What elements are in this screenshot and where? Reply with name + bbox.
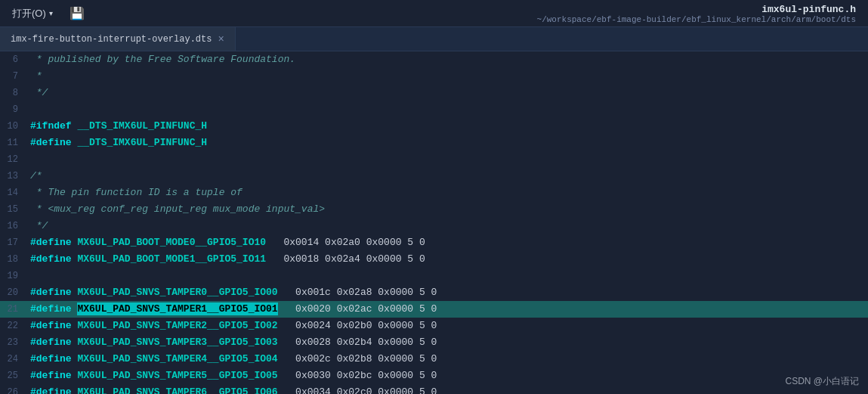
line-number: 14	[0, 185, 27, 201]
file-path: ~/workspace/ebf-image-builder/ebf_linux_…	[537, 15, 856, 24]
line-number: 24	[0, 351, 27, 368]
tab-dts[interactable]: imx-fire-button-interrupt-overlay.dts ×	[0, 27, 236, 51]
tab-close-button[interactable]: ×	[218, 34, 224, 45]
table-row: 14 * The pin function ID is a tuple of	[0, 185, 868, 201]
line-content: #ifndef __DTS_IMX6UL_PINFUNC_H	[27, 118, 868, 135]
table-row: 17#define MX6UL_PAD_BOOT_MODE0__GPIO5_IO…	[0, 234, 868, 251]
table-row: 19	[0, 268, 868, 284]
line-content: #define MX6UL_PAD_BOOT_MODE0__GPIO5_IO10…	[27, 234, 868, 251]
line-number: 8	[0, 85, 27, 101]
line-number: 15	[0, 201, 27, 218]
line-number: 11	[0, 135, 27, 151]
line-content: */	[27, 218, 868, 234]
save-button[interactable]: 💾	[65, 5, 89, 22]
line-content: */	[27, 85, 868, 101]
line-content: * The pin function ID is a tuple of	[27, 185, 868, 201]
line-content: #define MX6UL_PAD_SNVS_TAMPER0__GPIO5_IO…	[27, 284, 868, 301]
line-content: #define MX6UL_PAD_SNVS_TAMPER5__GPIO5_IO…	[27, 368, 868, 384]
line-content: * <mux_reg conf_reg input_reg mux_mode i…	[27, 201, 868, 218]
table-row: 8 */	[0, 85, 868, 101]
line-content: /*	[27, 168, 868, 185]
table-row: 23#define MX6UL_PAD_SNVS_TAMPER3__GPIO5_…	[0, 334, 868, 351]
table-row: 21#define MX6UL_PAD_SNVS_TAMPER1__GPIO5_…	[0, 301, 868, 318]
table-row: 9	[0, 101, 868, 118]
open-label: 打开(O)	[12, 7, 46, 20]
file-title: imx6ul-pinfunc.h	[761, 4, 856, 15]
line-number: 26	[0, 384, 27, 394]
line-number: 19	[0, 268, 27, 284]
table-row: 25#define MX6UL_PAD_SNVS_TAMPER5__GPIO5_…	[0, 368, 868, 384]
table-row: 11#define __DTS_IMX6UL_PINFUNC_H	[0, 135, 868, 151]
table-row: 24#define MX6UL_PAD_SNVS_TAMPER4__GPIO5_…	[0, 351, 868, 368]
line-number: 21	[0, 301, 27, 318]
line-number: 9	[0, 101, 27, 118]
code-area: 6 * published by the Free Software Found…	[0, 51, 868, 394]
line-content: #define MX6UL_PAD_SNVS_TAMPER4__GPIO5_IO…	[27, 351, 868, 368]
chevron-down-icon: ▾	[49, 9, 53, 17]
open-button[interactable]: 打开(O) ▾	[6, 4, 59, 23]
line-content: #define MX6UL_PAD_SNVS_TAMPER6__GPIO5_IO…	[27, 384, 868, 394]
line-number: 22	[0, 318, 27, 334]
line-content: #define MX6UL_PAD_SNVS_TAMPER2__GPIO5_IO…	[27, 318, 868, 334]
line-content: *	[27, 68, 868, 85]
tab-bar: imx-fire-button-interrupt-overlay.dts ×	[0, 27, 868, 51]
line-number: 12	[0, 151, 27, 168]
line-number: 23	[0, 334, 27, 351]
table-row: 16 */	[0, 218, 868, 234]
table-row: 6 * published by the Free Software Found…	[0, 51, 868, 68]
top-bar: 打开(O) ▾ 💾 imx6ul-pinfunc.h ~/workspace/e…	[0, 0, 868, 27]
table-row: 26#define MX6UL_PAD_SNVS_TAMPER6__GPIO5_…	[0, 384, 868, 394]
line-number: 16	[0, 218, 27, 234]
line-number: 25	[0, 368, 27, 384]
line-number: 17	[0, 234, 27, 251]
table-row: 20#define MX6UL_PAD_SNVS_TAMPER0__GPIO5_…	[0, 284, 868, 301]
line-content: #define MX6UL_PAD_SNVS_TAMPER1__GPIO5_IO…	[27, 301, 868, 318]
table-row: 22#define MX6UL_PAD_SNVS_TAMPER2__GPIO5_…	[0, 318, 868, 334]
line-content: #define MX6UL_PAD_BOOT_MODE1__GPIO5_IO11…	[27, 251, 868, 268]
table-row: 15 * <mux_reg conf_reg input_reg mux_mod…	[0, 201, 868, 218]
line-content: #define MX6UL_PAD_SNVS_TAMPER3__GPIO5_IO…	[27, 334, 868, 351]
tab-label: imx-fire-button-interrupt-overlay.dts	[11, 34, 212, 45]
table-row: 7 *	[0, 68, 868, 85]
line-number: 10	[0, 118, 27, 135]
line-number: 7	[0, 68, 27, 85]
save-icon: 💾	[70, 7, 85, 20]
table-row: 10#ifndef __DTS_IMX6UL_PINFUNC_H	[0, 118, 868, 135]
file-info: imx6ul-pinfunc.h ~/workspace/ebf-image-b…	[537, 0, 856, 27]
table-row: 13/*	[0, 168, 868, 185]
table-row: 18#define MX6UL_PAD_BOOT_MODE1__GPIO5_IO…	[0, 251, 868, 268]
line-content: #define __DTS_IMX6UL_PINFUNC_H	[27, 135, 868, 151]
toolbar-left: 打开(O) ▾ 💾	[6, 4, 89, 23]
line-number: 13	[0, 168, 27, 185]
line-content: * published by the Free Software Foundat…	[27, 51, 868, 68]
table-row: 12	[0, 151, 868, 168]
code-lines: 6 * published by the Free Software Found…	[0, 51, 868, 394]
line-number: 6	[0, 51, 27, 68]
line-number: 18	[0, 251, 27, 268]
line-number: 20	[0, 284, 27, 301]
